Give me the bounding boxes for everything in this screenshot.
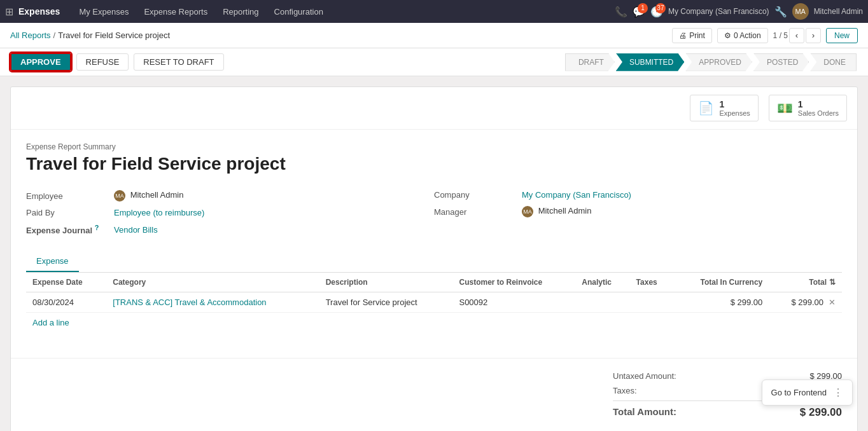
col-analytic: Analytic: [575, 273, 629, 292]
toast-label[interactable]: Go to Frontend: [771, 388, 827, 397]
col-total-currency: Total In Currency: [673, 273, 769, 292]
nav-reporting[interactable]: Reporting: [216, 3, 265, 20]
status-approved[interactable]: APPROVED: [685, 53, 752, 71]
employee-value: MA Mitchell Admin: [114, 190, 183, 202]
new-button[interactable]: New: [826, 28, 858, 43]
employee-label: Employee: [26, 191, 109, 201]
cell-date: 08/30/2024: [26, 292, 106, 313]
status-submitted[interactable]: SUBMITTED: [616, 53, 684, 71]
nav-expense-reports[interactable]: Expense Reports: [137, 3, 214, 20]
untaxed-label: Untaxed Amount:: [613, 371, 676, 381]
table-row: 08/30/2024 [TRANS & ACC] Travel & Accomm…: [26, 292, 842, 313]
cell-total-currency: $ 299.00: [673, 292, 769, 313]
stats-row: 📄 1 Expenses 💵 1 Sales Orders: [11, 87, 857, 130]
manager-avatar: MA: [522, 206, 533, 217]
printer-icon: 🖨: [679, 31, 687, 40]
expense-journal-label: Expense Journal ?: [26, 224, 109, 235]
cell-customer: S00092: [452, 292, 575, 313]
expense-tabs: Expense: [26, 251, 842, 273]
breadcrumb-row: All Reports / Travel for Field Service p…: [0, 23, 868, 48]
chat-icon-btn[interactable]: 💬 1: [633, 6, 645, 18]
prev-record-button[interactable]: ‹: [789, 28, 804, 43]
document-icon: 📄: [698, 100, 714, 116]
report-summary-label: Expense Report Summary: [26, 142, 842, 151]
paid-by-label: Paid By: [26, 208, 109, 217]
cell-total: $ 299.00 ✕: [769, 292, 842, 312]
col-category: Category: [106, 273, 319, 292]
expenses-label: Expenses: [719, 109, 750, 117]
breadcrumb-separator: /: [53, 31, 56, 40]
status-pipeline: DRAFT SUBMITTED APPROVED POSTED DONE: [565, 53, 858, 71]
company-value[interactable]: My Company (San Francisco): [522, 190, 631, 200]
manager-value: MA Mitchell Admin: [522, 206, 591, 217]
main-content: 📄 1 Expenses 💵 1 Sales Orders Expense Re…: [0, 76, 868, 431]
cell-taxes: [630, 292, 673, 313]
chat-badge: 1: [638, 3, 648, 13]
action-button[interactable]: ⚙ 0 Action: [717, 28, 768, 43]
reset-to-draft-button[interactable]: RESET TO DRAFT: [134, 53, 223, 71]
status-posted[interactable]: POSTED: [753, 53, 809, 71]
action-bar: APPROVE REFUSE RESET TO DRAFT DRAFT SUBM…: [0, 48, 868, 76]
paid-by-value[interactable]: Employee (to reimburse): [114, 208, 204, 217]
taxes-label: Taxes:: [613, 386, 637, 395]
toast-more-button[interactable]: ⋮: [833, 387, 843, 399]
breadcrumb-parent[interactable]: All Reports: [10, 31, 51, 40]
total-amount-value: $ 299.00: [800, 406, 842, 419]
breadcrumb: All Reports / Travel for Field Service p…: [10, 31, 170, 40]
expenses-count: 1: [719, 99, 750, 109]
manager-label: Manager: [434, 207, 517, 217]
print-button[interactable]: 🖨 Print: [672, 28, 712, 43]
clock-icon-btn[interactable]: 🕐 37: [650, 6, 663, 18]
money-icon: 💵: [777, 100, 793, 116]
next-record-button[interactable]: ›: [806, 28, 821, 43]
sort-icon[interactable]: ⇅: [829, 278, 836, 287]
fields-grid: Employee MA Mitchell Admin Paid By Emplo…: [26, 187, 842, 238]
cell-category[interactable]: [TRANS & ACC] Travel & Accommodation: [106, 292, 319, 313]
col-taxes: Taxes: [630, 273, 673, 292]
status-done[interactable]: DONE: [810, 53, 857, 71]
expenses-stat[interactable]: 📄 1 Expenses: [690, 95, 758, 121]
add-line-button[interactable]: Add a line: [26, 313, 842, 332]
company-name[interactable]: My Company (San Francisco): [668, 7, 769, 16]
sales-orders-stat[interactable]: 💵 1 Sales Orders: [769, 95, 847, 121]
tab-expense[interactable]: Expense: [26, 251, 79, 272]
refuse-button[interactable]: REFUSE: [76, 53, 129, 71]
expense-table: Expense Date Category Description Custom…: [26, 273, 842, 313]
app-grid-icon[interactable]: ⊞: [5, 6, 13, 18]
paid-by-field: Paid By Employee (to reimburse): [26, 205, 434, 221]
col-customer: Customer to Reinvoice: [452, 273, 575, 292]
breadcrumb-actions: 🖨 Print ⚙ 0 Action 1 / 5 ‹ › New: [672, 28, 858, 43]
gear-icon: ⚙: [724, 31, 731, 40]
breadcrumb-current: Travel for Field Service project: [58, 31, 170, 40]
col-date: Expense Date: [26, 273, 106, 292]
phone-icon-btn[interactable]: 📞: [615, 6, 627, 18]
total-amount-label: Total Amount:: [613, 406, 676, 419]
cell-description: Travel for Service project: [319, 292, 453, 313]
nav-configuration[interactable]: Configuration: [268, 3, 330, 20]
status-draft[interactable]: DRAFT: [565, 53, 615, 71]
employee-field: Employee MA Mitchell Admin: [26, 187, 434, 205]
help-icon[interactable]: ?: [95, 224, 99, 231]
report-title: Travel for Field Service project: [26, 154, 842, 174]
approve-button[interactable]: APPROVE: [10, 53, 71, 71]
nav-my-expenses[interactable]: My Expenses: [73, 3, 135, 20]
manager-field: Manager MA Mitchell Admin: [434, 203, 842, 221]
frontend-toast: Go to Frontend ⋮: [762, 380, 853, 406]
record-card: 📄 1 Expenses 💵 1 Sales Orders Expense Re…: [10, 86, 858, 431]
company-field: Company My Company (San Francisco): [434, 187, 842, 203]
user-name[interactable]: Mitchell Admin: [814, 7, 863, 16]
expense-journal-field: Expense Journal ? Vendor Bills: [26, 221, 434, 238]
record-body: Expense Report Summary Travel for Field …: [11, 130, 857, 345]
app-name[interactable]: Expenses: [18, 6, 60, 17]
sales-orders-count: 1: [798, 99, 839, 109]
sales-orders-label: Sales Orders: [798, 109, 839, 117]
company-label: Company: [434, 190, 517, 200]
employee-avatar: MA: [114, 190, 125, 202]
user-avatar[interactable]: MA: [792, 3, 809, 20]
delete-row-icon[interactable]: ✕: [829, 298, 836, 307]
spacer: [11, 345, 857, 358]
clock-badge: 37: [655, 3, 666, 13]
expense-journal-value[interactable]: Vendor Bills: [114, 225, 158, 235]
cell-analytic: [575, 292, 629, 313]
wrench-icon[interactable]: 🔧: [774, 6, 787, 18]
